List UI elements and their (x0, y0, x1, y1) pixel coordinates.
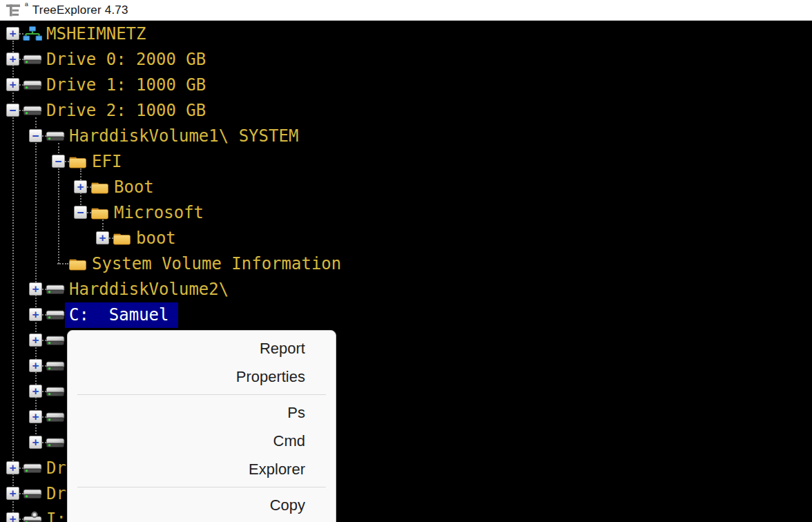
folder-icon (90, 204, 110, 221)
tree-item-label: HarddiskVolume1\ SYSTEM (69, 124, 298, 149)
tree-item[interactable]: +HarddiskVolume2\ (0, 277, 812, 302)
treeexplorer-logo-icon (6, 3, 21, 18)
title-superscript: ª (25, 1, 28, 11)
tree-item[interactable]: −EFI (0, 149, 812, 175)
tree-item-label: Drive 2: 1000 GB (46, 98, 206, 124)
expand-plus-toggle[interactable]: + (6, 52, 19, 66)
collapse-minus-toggle[interactable]: − (6, 104, 19, 117)
tree-item-label: EFI (92, 149, 122, 175)
expand-plus-toggle[interactable]: + (29, 282, 42, 296)
title-bar: ª TreeExplorer 4.73 (0, 0, 812, 21)
drive-icon (23, 102, 42, 119)
collapse-minus-toggle[interactable]: − (29, 129, 42, 142)
context-menu-item-explorer[interactable]: Explorer (68, 455, 336, 483)
tree-item-label: HarddiskVolume2\ (69, 277, 229, 302)
tree-item[interactable]: +boot (0, 226, 812, 251)
tree-item-label-selected: C: Samuel (65, 302, 178, 328)
drive-icon (46, 383, 65, 400)
context-menu-item-properties[interactable]: Properties (68, 362, 336, 391)
folder-icon (68, 153, 88, 170)
context-menu-item-copy[interactable]: Copy (68, 491, 336, 519)
drive-icon (23, 77, 42, 93)
expand-plus-toggle[interactable]: + (96, 231, 109, 244)
tree-item-label: Drive 1: 1000 GB (46, 72, 206, 98)
folder-icon (68, 255, 88, 272)
expand-plus-toggle[interactable]: + (6, 487, 19, 500)
expand-plus-toggle[interactable]: + (29, 359, 42, 372)
expand-plus-toggle[interactable]: + (29, 436, 42, 449)
drive-icon (23, 51, 42, 68)
expand-plus-toggle[interactable]: + (29, 308, 42, 321)
tree-item[interactable]: −Microsoft (0, 200, 812, 226)
context-menu-item-ps[interactable]: Ps (68, 398, 336, 427)
tree-item[interactable]: +C: Samuel (0, 302, 812, 328)
tree-item-label: Drive 0: 2000 GB (46, 47, 206, 72)
expand-plus-toggle[interactable]: + (29, 385, 42, 398)
drive-network-icon (23, 511, 42, 522)
drive-icon (46, 307, 65, 323)
tree-item-label: Boot (114, 175, 154, 200)
folder-icon (90, 179, 110, 195)
tree-item-label: Dr (46, 481, 66, 507)
drive-icon (23, 460, 42, 476)
tree-item[interactable]: −HarddiskVolume1\ SYSTEM (0, 124, 812, 149)
tree-item[interactable]: −Drive 2: 1000 GB (0, 98, 812, 124)
drive-icon (46, 281, 65, 298)
expand-plus-toggle[interactable]: + (6, 27, 19, 40)
folder-icon (113, 230, 132, 246)
tree-item-label: I: (46, 507, 66, 522)
drive-icon (23, 485, 42, 502)
expand-plus-toggle[interactable]: + (29, 334, 42, 347)
menu-separator (77, 487, 326, 487)
window-title: TreeExplorer 4.73 (32, 3, 128, 17)
context-menu-item-cmd[interactable]: Cmd (68, 427, 336, 455)
drive-icon (46, 434, 65, 451)
expand-plus-toggle[interactable]: + (29, 410, 42, 423)
tree-item[interactable]: System Volume Information (0, 251, 812, 277)
context-menu-item-report[interactable]: Report (68, 334, 336, 362)
expand-plus-toggle[interactable]: + (74, 180, 87, 193)
drive-icon (46, 358, 65, 374)
context-menu: ReportPropertiesPsCmdExplorerCopy (67, 330, 336, 522)
tree-item[interactable]: +MSHEIMNETZ (0, 21, 812, 47)
collapse-minus-toggle[interactable]: − (52, 155, 65, 168)
tree-item[interactable]: +Drive 1: 1000 GB (0, 72, 812, 98)
expand-plus-toggle[interactable]: + (6, 78, 19, 91)
expand-plus-toggle[interactable]: + (6, 512, 19, 522)
network-icon (23, 26, 42, 42)
tree-item-label: MSHEIMNETZ (46, 21, 146, 47)
tree-item-label: Dr (46, 456, 66, 481)
tree-item[interactable]: +Boot (0, 175, 812, 200)
tree-item-label: Microsoft (114, 200, 204, 226)
tree-item-label: System Volume Information (92, 251, 341, 277)
tree-connector-dots (57, 263, 68, 264)
menu-separator (77, 394, 326, 395)
drive-icon (46, 409, 65, 425)
collapse-minus-toggle[interactable]: − (74, 206, 87, 219)
tree-item-label: boot (136, 226, 176, 251)
drive-icon (46, 332, 65, 349)
drive-icon (46, 128, 65, 144)
tree-item[interactable]: +Drive 0: 2000 GB (0, 47, 812, 72)
expand-plus-toggle[interactable]: + (6, 461, 19, 474)
